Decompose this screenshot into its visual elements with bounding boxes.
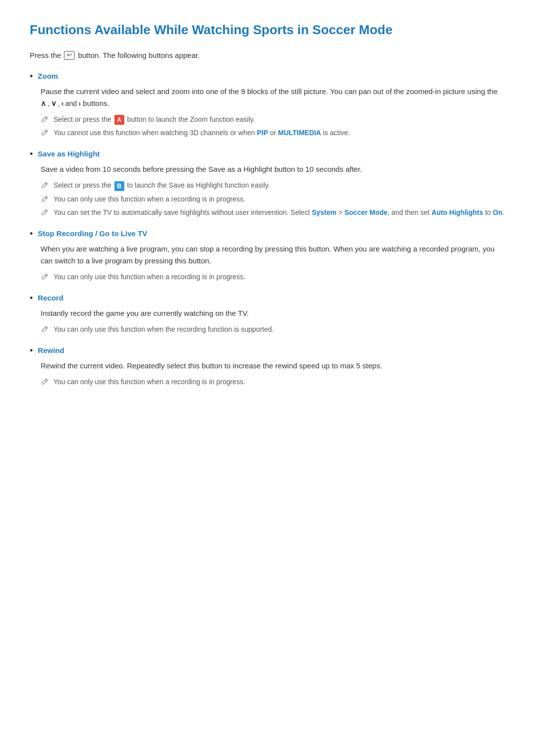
save-highlight-note-3: You can set the TV to automatically save… xyxy=(54,207,504,218)
pencil-icon xyxy=(41,272,50,281)
intro-prefix: Press the xyxy=(30,50,61,61)
list-item-zoom: • Zoom Pause the current video and selec… xyxy=(30,70,505,138)
note-item: You can only use this function when a re… xyxy=(41,377,505,387)
note-item: You can only use this function when a re… xyxy=(41,194,505,204)
note-item: Select or press the A button to launch t… xyxy=(41,114,505,125)
section-body-stop-recording: When you are watching a live program, yo… xyxy=(41,243,505,282)
list-item-stop-recording: • Stop Recording / Go to Live TV When yo… xyxy=(30,228,505,282)
and-text: and xyxy=(65,98,77,109)
zoom-description: Pause the current video and select and z… xyxy=(41,86,505,109)
system-label: System xyxy=(312,208,336,216)
save-highlight-note-2: You can only use this function when a re… xyxy=(54,194,245,204)
list-item-rewind: • Rewind Rewind the current video. Repea… xyxy=(30,345,505,387)
bullet-dot: • xyxy=(30,228,33,240)
pencil-icon xyxy=(41,325,50,334)
btn-b-badge: B xyxy=(114,181,124,191)
note-item: You can set the TV to automatically save… xyxy=(41,207,505,218)
right-arrow: › xyxy=(78,98,81,109)
bullet-dot: • xyxy=(30,292,33,304)
intro-suffix: button. The following buttons appear. xyxy=(78,50,200,61)
rewind-description: Rewind the current video. Repeatedly sel… xyxy=(41,360,505,372)
multimedia-label: MULTIMEDIA xyxy=(278,129,321,137)
stop-recording-note-1: You can only use this function when a re… xyxy=(54,272,245,282)
note-item: You cannot use this function when watchi… xyxy=(41,128,505,138)
intro-text: Press the button. The following buttons … xyxy=(30,50,505,61)
section-body-save-as-highlight: Save a video from 10 seconds before pres… xyxy=(41,163,505,217)
pencil-icon xyxy=(41,195,50,203)
note-item: You can only use this function when a re… xyxy=(41,272,505,282)
bullet-dot: • xyxy=(30,70,33,83)
record-notes: You can only use this function when the … xyxy=(41,324,505,335)
soccer-mode-label: Soccer Mode xyxy=(344,208,387,216)
btn-a-badge: A xyxy=(114,115,124,125)
pencil-icon xyxy=(41,128,50,137)
bullet-dot: • xyxy=(30,345,33,357)
section-body-zoom: Pause the current video and select and z… xyxy=(41,86,505,138)
section-title-stop-recording: Stop Recording / Go to Live TV xyxy=(38,228,147,240)
section-title-record: Record xyxy=(38,292,63,304)
zoom-note-2: You cannot use this function when watchi… xyxy=(54,128,350,138)
zoom-note-1: Select or press the A button to launch t… xyxy=(54,114,255,125)
stop-recording-description: When you are watching a live program, yo… xyxy=(41,243,505,267)
save-highlight-note-1: Select or press the B to launch the Save… xyxy=(54,180,270,191)
features-list: • Zoom Pause the current video and selec… xyxy=(30,70,505,388)
up-arrow: ∧ xyxy=(41,98,46,109)
section-title-rewind: Rewind xyxy=(38,345,64,356)
section-title-save-as-highlight: Save as Highlight xyxy=(38,148,100,160)
list-item-record: • Record Instantly record the game you a… xyxy=(30,292,505,335)
stop-recording-notes: You can only use this function when a re… xyxy=(41,272,505,282)
note-item: Select or press the B to launch the Save… xyxy=(41,180,505,191)
page-title: Functions Available While Watching Sport… xyxy=(30,20,505,41)
save-highlight-description: Save a video from 10 seconds before pres… xyxy=(41,163,505,175)
section-title-zoom: Zoom xyxy=(38,70,58,82)
pencil-icon xyxy=(41,181,50,190)
section-body-record: Instantly record the game you are curren… xyxy=(41,307,505,335)
left-arrow: ‹ xyxy=(61,98,64,109)
bullet-dot: • xyxy=(30,148,33,160)
pip-label: PIP xyxy=(257,129,268,137)
arrow-symbols: ∧, ∨, ‹ and › xyxy=(41,98,81,109)
record-note-1: You can only use this function when the … xyxy=(54,324,274,335)
on-label: On xyxy=(493,208,502,216)
rewind-note-1: You can only use this function when a re… xyxy=(54,377,245,387)
save-highlight-notes: Select or press the B to launch the Save… xyxy=(41,180,505,217)
pencil-icon xyxy=(41,115,50,124)
list-item-save-as-highlight: • Save as Highlight Save a video from 10… xyxy=(30,148,505,217)
zoom-notes: Select or press the A button to launch t… xyxy=(41,114,505,138)
section-body-rewind: Rewind the current video. Repeatedly sel… xyxy=(41,360,505,387)
tool-button-icon xyxy=(64,51,75,60)
record-description: Instantly record the game you are curren… xyxy=(41,307,505,319)
pencil-icon xyxy=(41,208,50,217)
note-item: You can only use this function when the … xyxy=(41,324,505,335)
pencil-icon xyxy=(41,377,50,386)
rewind-notes: You can only use this function when a re… xyxy=(41,377,505,387)
down-arrow: ∨ xyxy=(51,98,56,109)
auto-highlights-label: Auto Highlights xyxy=(431,208,483,216)
